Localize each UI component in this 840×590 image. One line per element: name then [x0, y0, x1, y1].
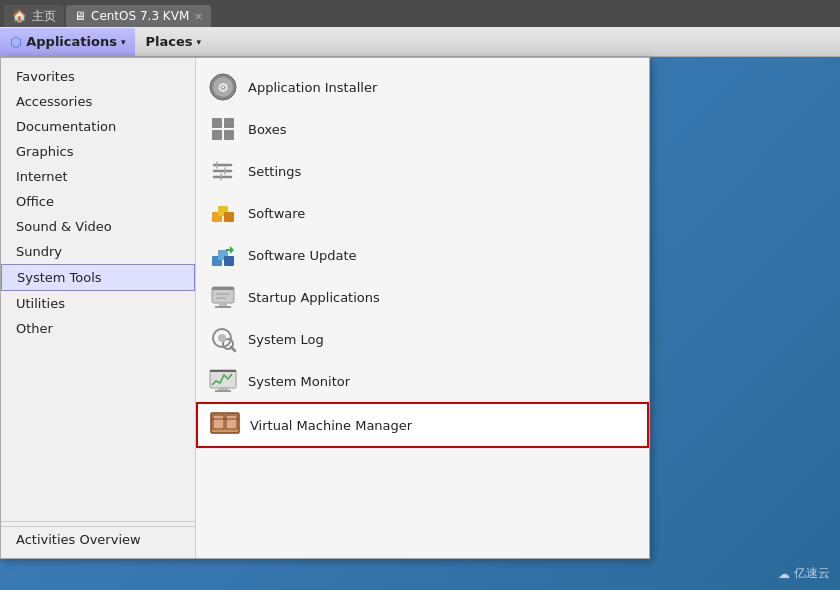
menu-item-other[interactable]: Other [1, 316, 195, 341]
cloud-icon: ☁ [778, 567, 790, 581]
menu-right-system-monitor[interactable]: System Monitor [196, 360, 649, 402]
app-installer-label: Application Installer [248, 80, 377, 95]
menu-right-vm-manager[interactable]: Virtual Machine Manager [196, 402, 649, 448]
menu-item-sound-video[interactable]: Sound & Video [1, 214, 195, 239]
svg-rect-31 [218, 388, 228, 390]
svg-rect-4 [224, 118, 234, 128]
menu-right-software-update[interactable]: Software Update [196, 234, 649, 276]
gnome-logo-icon: ⬡ [10, 34, 22, 50]
centos-tab-icon: 🖥 [74, 9, 86, 23]
menu-item-accessories[interactable]: Accessories [1, 89, 195, 114]
system-log-icon [208, 324, 238, 354]
applications-arrow-icon: ▾ [121, 37, 126, 47]
watermark: ☁ 亿速云 [778, 565, 830, 582]
svg-rect-30 [210, 370, 236, 372]
svg-rect-20 [212, 287, 234, 290]
menu-item-office[interactable]: Office [1, 189, 195, 214]
menu-right-app-installer[interactable]: ⚙ Application Installer [196, 66, 649, 108]
menu-left-panel: Favorites Accessories Documentation Grap… [1, 58, 196, 558]
startup-apps-icon [208, 282, 238, 312]
svg-rect-34 [213, 415, 224, 429]
menu-right-panel: ⚙ Application Installer Boxes [196, 58, 649, 558]
menu-item-activities[interactable]: Activities Overview [1, 526, 195, 552]
software-update-label: Software Update [248, 248, 357, 263]
centos-tab-label: CentOS 7.3 KVM [91, 9, 189, 23]
gnome-panel: ⬡ Applications ▾ Places ▾ [0, 27, 840, 57]
svg-line-27 [231, 347, 235, 351]
menu-item-sundry[interactable]: Sundry [1, 239, 195, 264]
menu-right-boxes[interactable]: Boxes [196, 108, 649, 150]
places-menu-button[interactable]: Places ▾ [135, 28, 211, 56]
vm-manager-icon [210, 410, 240, 440]
menu-item-documentation[interactable]: Documentation [1, 114, 195, 139]
home-tab-label: 主页 [32, 8, 56, 25]
svg-rect-35 [226, 415, 237, 429]
watermark-text: 亿速云 [794, 565, 830, 582]
applications-menu-button[interactable]: ⬡ Applications ▾ [0, 28, 135, 56]
software-icon [208, 198, 238, 228]
system-monitor-label: System Monitor [248, 374, 350, 389]
svg-text:⚙: ⚙ [217, 80, 229, 95]
tab-home[interactable]: 🏠 主页 [4, 5, 64, 27]
menu-item-internet[interactable]: Internet [1, 164, 195, 189]
svg-rect-32 [215, 390, 231, 392]
software-label: Software [248, 206, 305, 221]
settings-label: Settings [248, 164, 301, 179]
menu-right-system-log[interactable]: System Log [196, 318, 649, 360]
svg-rect-29 [210, 370, 236, 388]
software-update-icon [208, 240, 238, 270]
applications-dropdown: Favorites Accessories Documentation Grap… [0, 57, 650, 559]
desktop: 🏠 主页 🖥 CentOS 7.3 KVM ✕ ⬡ Applications ▾… [0, 0, 840, 590]
menu-item-graphics[interactable]: Graphics [1, 139, 195, 164]
settings-icon [208, 156, 238, 186]
menu-right-startup-apps[interactable]: Startup Applications [196, 276, 649, 318]
system-monitor-icon [208, 366, 238, 396]
home-tab-icon: 🏠 [12, 9, 27, 23]
menu-right-settings[interactable]: Settings [196, 150, 649, 192]
system-log-label: System Log [248, 332, 324, 347]
boxes-icon [208, 114, 238, 144]
svg-rect-23 [219, 303, 227, 306]
svg-rect-18 [224, 256, 234, 266]
vm-manager-label: Virtual Machine Manager [250, 418, 412, 433]
svg-rect-24 [215, 306, 231, 308]
close-icon[interactable]: ✕ [194, 11, 202, 22]
applications-label: Applications [26, 34, 117, 49]
menu-item-utilities[interactable]: Utilities [1, 291, 195, 316]
tab-centos[interactable]: 🖥 CentOS 7.3 KVM ✕ [66, 5, 211, 27]
menu-item-favorites[interactable]: Favorites [1, 64, 195, 89]
menu-right-software[interactable]: Software [196, 192, 649, 234]
svg-rect-5 [212, 130, 222, 140]
svg-rect-6 [224, 130, 234, 140]
svg-point-28 [218, 334, 226, 342]
menu-item-system-tools[interactable]: System Tools [1, 264, 195, 291]
app-installer-icon: ⚙ [208, 72, 238, 102]
places-label: Places [145, 34, 192, 49]
svg-rect-3 [212, 118, 222, 128]
boxes-label: Boxes [248, 122, 287, 137]
places-arrow-icon: ▾ [196, 37, 201, 47]
svg-rect-15 [224, 212, 234, 222]
startup-apps-label: Startup Applications [248, 290, 380, 305]
menu-separator [1, 521, 195, 522]
tab-strip: 🏠 主页 🖥 CentOS 7.3 KVM ✕ [0, 0, 840, 27]
